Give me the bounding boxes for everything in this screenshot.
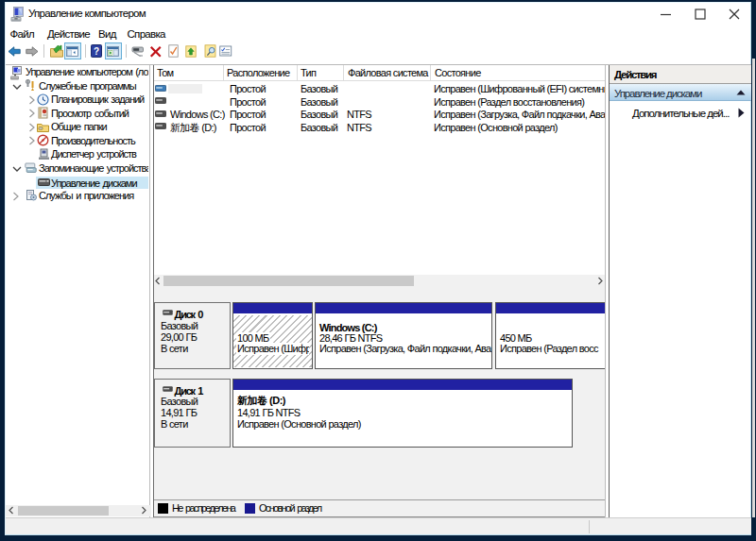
svg-text:22: 22 bbox=[39, 127, 43, 130]
svg-text:?: ? bbox=[94, 46, 99, 57]
